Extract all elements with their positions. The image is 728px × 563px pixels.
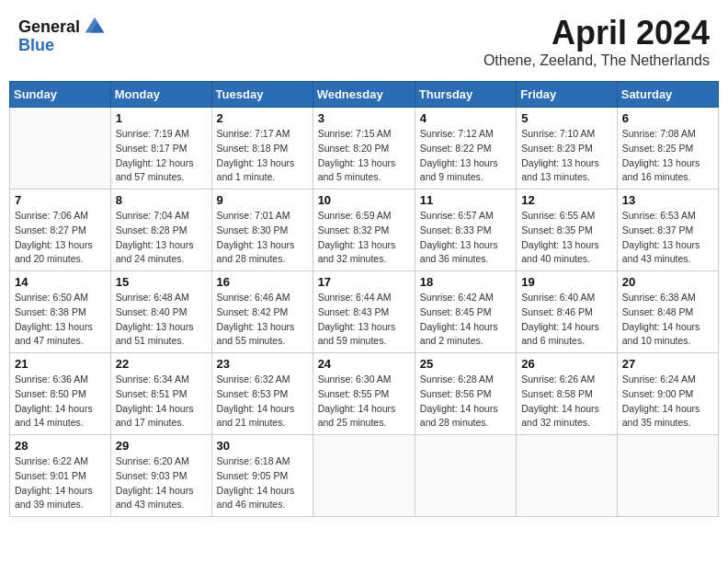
day-number: 19 [521, 275, 612, 289]
calendar-cell: 18Sunrise: 6:42 AMSunset: 8:45 PMDayligh… [415, 271, 516, 353]
page-header: General Blue April 2024 Othene, Zeeland,… [9, 9, 719, 74]
weekday-header-sunday: Sunday [10, 82, 111, 108]
calendar-cell: 12Sunrise: 6:55 AMSunset: 8:35 PMDayligh… [517, 190, 618, 271]
title-block: April 2024 Othene, Zeeland, The Netherla… [483, 14, 710, 69]
week-row-4: 21Sunrise: 6:36 AMSunset: 8:50 PMDayligh… [10, 353, 719, 435]
week-row-3: 14Sunrise: 6:50 AMSunset: 8:38 PMDayligh… [10, 271, 719, 353]
day-number: 23 [217, 357, 308, 371]
day-number: 18 [420, 275, 511, 289]
day-info: Sunrise: 6:46 AMSunset: 8:42 PMDaylight:… [217, 291, 308, 349]
day-info: Sunrise: 6:36 AMSunset: 8:50 PMDaylight:… [15, 373, 106, 431]
calendar-cell: 14Sunrise: 6:50 AMSunset: 8:38 PMDayligh… [10, 271, 111, 353]
day-info: Sunrise: 7:01 AMSunset: 8:30 PMDaylight:… [217, 209, 308, 267]
day-number: 30 [217, 439, 308, 453]
calendar-cell: 17Sunrise: 6:44 AMSunset: 8:43 PMDayligh… [313, 271, 415, 353]
week-row-2: 7Sunrise: 7:06 AMSunset: 8:27 PMDaylight… [10, 190, 719, 271]
day-info: Sunrise: 7:06 AMSunset: 8:27 PMDaylight:… [15, 209, 106, 267]
day-number: 11 [420, 193, 511, 207]
day-info: Sunrise: 6:44 AMSunset: 8:43 PMDaylight:… [318, 291, 410, 349]
day-info: Sunrise: 6:20 AMSunset: 9:03 PMDaylight:… [116, 454, 207, 512]
week-row-1: 1Sunrise: 7:19 AMSunset: 8:17 PMDaylight… [10, 108, 719, 190]
day-number: 9 [217, 193, 308, 207]
day-number: 27 [622, 357, 713, 371]
day-info: Sunrise: 6:48 AMSunset: 8:40 PMDaylight:… [116, 291, 207, 349]
calendar-cell [415, 435, 516, 517]
day-info: Sunrise: 6:24 AMSunset: 9:00 PMDaylight:… [622, 373, 713, 431]
calendar-cell: 26Sunrise: 6:26 AMSunset: 8:58 PMDayligh… [517, 353, 618, 435]
day-info: Sunrise: 6:18 AMSunset: 9:05 PMDaylight:… [217, 454, 308, 512]
day-number: 16 [217, 275, 308, 289]
day-info: Sunrise: 6:59 AMSunset: 8:32 PMDaylight:… [318, 209, 410, 267]
day-number: 3 [318, 111, 410, 125]
day-number: 1 [116, 111, 207, 125]
day-number: 26 [521, 357, 612, 371]
calendar-cell: 6Sunrise: 7:08 AMSunset: 8:25 PMDaylight… [617, 108, 718, 190]
weekday-header-tuesday: Tuesday [211, 82, 313, 108]
location: Othene, Zeeland, The Netherlands [483, 52, 710, 69]
calendar-cell: 30Sunrise: 6:18 AMSunset: 9:05 PMDayligh… [211, 435, 313, 517]
calendar-cell: 16Sunrise: 6:46 AMSunset: 8:42 PMDayligh… [211, 271, 313, 353]
calendar-cell: 21Sunrise: 6:36 AMSunset: 8:50 PMDayligh… [10, 353, 111, 435]
calendar-cell: 4Sunrise: 7:12 AMSunset: 8:22 PMDaylight… [415, 108, 516, 190]
week-row-5: 28Sunrise: 6:22 AMSunset: 9:01 PMDayligh… [10, 435, 719, 517]
day-number: 12 [521, 193, 612, 207]
day-info: Sunrise: 6:22 AMSunset: 9:01 PMDaylight:… [15, 454, 106, 512]
logo-icon [82, 14, 108, 40]
calendar-cell: 5Sunrise: 7:10 AMSunset: 8:23 PMDaylight… [517, 108, 618, 190]
day-info: Sunrise: 6:38 AMSunset: 8:48 PMDaylight:… [622, 291, 713, 349]
day-number: 2 [217, 111, 308, 125]
calendar-cell [10, 108, 111, 190]
day-number: 24 [318, 357, 410, 371]
calendar-cell: 19Sunrise: 6:40 AMSunset: 8:46 PMDayligh… [517, 271, 618, 353]
day-number: 20 [622, 275, 713, 289]
calendar-cell: 7Sunrise: 7:06 AMSunset: 8:27 PMDaylight… [10, 190, 111, 271]
weekday-header-friday: Friday [517, 82, 618, 108]
calendar-cell: 13Sunrise: 6:53 AMSunset: 8:37 PMDayligh… [617, 190, 718, 271]
day-number: 28 [15, 439, 106, 453]
calendar-cell: 28Sunrise: 6:22 AMSunset: 9:01 PMDayligh… [10, 435, 111, 517]
calendar-cell: 20Sunrise: 6:38 AMSunset: 8:48 PMDayligh… [617, 271, 718, 353]
weekday-header-wednesday: Wednesday [313, 82, 415, 108]
day-number: 8 [116, 193, 207, 207]
day-number: 29 [116, 439, 207, 453]
calendar-cell: 22Sunrise: 6:34 AMSunset: 8:51 PMDayligh… [110, 353, 211, 435]
day-info: Sunrise: 6:42 AMSunset: 8:45 PMDaylight:… [420, 291, 511, 349]
day-info: Sunrise: 7:04 AMSunset: 8:28 PMDaylight:… [116, 209, 207, 267]
day-number: 5 [521, 111, 612, 125]
day-number: 6 [622, 111, 713, 125]
day-number: 22 [116, 357, 207, 371]
calendar-cell: 25Sunrise: 6:28 AMSunset: 8:56 PMDayligh… [415, 353, 516, 435]
day-info: Sunrise: 6:32 AMSunset: 8:53 PMDaylight:… [217, 373, 308, 431]
day-number: 14 [15, 275, 106, 289]
calendar-cell: 2Sunrise: 7:17 AMSunset: 8:18 PMDaylight… [211, 108, 313, 190]
calendar-cell: 24Sunrise: 6:30 AMSunset: 8:55 PMDayligh… [313, 353, 415, 435]
day-info: Sunrise: 6:30 AMSunset: 8:55 PMDaylight:… [318, 373, 410, 431]
logo-general: General [18, 17, 80, 37]
day-info: Sunrise: 6:40 AMSunset: 8:46 PMDaylight:… [521, 291, 612, 349]
calendar-cell: 29Sunrise: 6:20 AMSunset: 9:03 PMDayligh… [110, 435, 211, 517]
day-number: 21 [15, 357, 106, 371]
calendar-cell: 3Sunrise: 7:15 AMSunset: 8:20 PMDaylight… [313, 108, 415, 190]
day-info: Sunrise: 6:57 AMSunset: 8:33 PMDaylight:… [420, 209, 511, 267]
day-info: Sunrise: 6:28 AMSunset: 8:56 PMDaylight:… [420, 373, 511, 431]
day-number: 10 [318, 193, 410, 207]
weekday-header-thursday: Thursday [415, 82, 516, 108]
logo-blue: Blue [18, 36, 54, 55]
calendar-cell: 11Sunrise: 6:57 AMSunset: 8:33 PMDayligh… [415, 190, 516, 271]
weekday-header-saturday: Saturday [617, 82, 718, 108]
calendar-cell [313, 435, 415, 517]
day-info: Sunrise: 6:50 AMSunset: 8:38 PMDaylight:… [15, 291, 106, 349]
logo: General Blue [18, 14, 108, 55]
month-title: April 2024 [483, 14, 710, 52]
day-number: 17 [318, 275, 410, 289]
day-info: Sunrise: 7:10 AMSunset: 8:23 PMDaylight:… [521, 127, 612, 185]
day-info: Sunrise: 6:34 AMSunset: 8:51 PMDaylight:… [116, 373, 207, 431]
day-info: Sunrise: 7:12 AMSunset: 8:22 PMDaylight:… [420, 127, 511, 185]
day-number: 4 [420, 111, 511, 125]
day-info: Sunrise: 7:17 AMSunset: 8:18 PMDaylight:… [217, 127, 308, 185]
calendar-cell: 15Sunrise: 6:48 AMSunset: 8:40 PMDayligh… [110, 271, 211, 353]
calendar-cell: 9Sunrise: 7:01 AMSunset: 8:30 PMDaylight… [211, 190, 313, 271]
day-number: 13 [622, 193, 713, 207]
calendar-cell: 27Sunrise: 6:24 AMSunset: 9:00 PMDayligh… [617, 353, 718, 435]
calendar-cell: 10Sunrise: 6:59 AMSunset: 8:32 PMDayligh… [313, 190, 415, 271]
